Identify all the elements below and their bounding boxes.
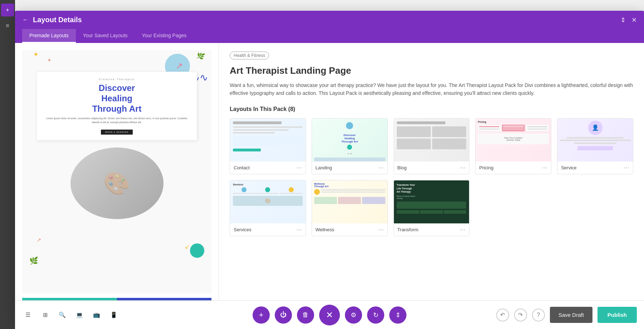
layout-name-blog: Blog [397,165,407,170]
layout-card-contact[interactable]: Contact ⋯ [230,118,306,174]
toolbar-left: ☰ ⊞ 🔍 💻 📺 📱 [22,309,119,321]
close-icon[interactable]: ✕ [631,16,637,24]
redo-icon[interactable]: ↷ [514,309,527,321]
undo-icon[interactable]: ↶ [496,309,509,321]
layout-card-transform[interactable]: Transform YourLife ThroughArt Therapy Wh… [394,180,470,236]
layout-menu-pricing[interactable]: ⋯ [542,164,547,171]
toolbar-search-icon[interactable]: 🔍 [57,309,68,321]
modal-header: ← Layout Details ⇕ ✕ [15,11,644,29]
layout-thumb-blog [394,118,469,161]
toolbar-grid-icon[interactable]: ⊞ [39,309,51,321]
layout-footer-wellness: Wellness ⋯ [312,223,387,236]
layout-thumb-service: 👤 [557,118,633,161]
pack-title: Art Therapist Landing Page [230,65,633,76]
mockup-title: Discover Healing Through Art [43,83,191,114]
layout-footer-transform: Transform ⋯ [394,223,469,236]
preview-mockup: ✦ ✦ 🌿 ↗ ∿∿ Creative Therapist Discover H… [22,50,211,294]
tab-existing[interactable]: Your Existing Pages [135,29,194,43]
layout-thumb-wellness: WellnessThrough Art [312,180,387,223]
history-button[interactable]: ↻ [367,306,384,324]
close-button[interactable]: ✕ [319,305,340,325]
add-button[interactable]: + [253,306,270,324]
layout-menu-services2[interactable]: ⋯ [296,226,302,233]
modal-content: ✦ ✦ 🌿 ↗ ∿∿ Creative Therapist Discover H… [15,43,644,322]
layout-button[interactable]: ⇕ [389,306,406,324]
layout-name-pricing: Pricing [479,165,493,170]
publish-button[interactable]: Publish [597,307,637,323]
layout-menu-wellness[interactable]: ⋯ [378,226,384,233]
layout-card-wellness[interactable]: WellnessThrough Art [312,180,388,236]
layout-thumb-landing: DiscoverHealingThrough Art ↗ ✦ [312,118,387,161]
layout-thumb-pricing: Pricing [475,118,551,161]
layout-footer-landing: Landing ⋯ [312,161,387,174]
back-icon[interactable]: ← [22,16,29,24]
layout-thumb-contact [230,118,306,161]
layouts-grid-row2: Services [230,180,633,236]
modal-tabs: Premade Layouts Your Saved Layouts Your … [15,29,644,43]
toolbar-tablet-icon[interactable]: 📺 [91,309,102,321]
right-panel: Health & Fitness Art Therapist Landing P… [219,43,644,322]
layout-name-service: Service [561,165,576,170]
layout-name-services2: Services [234,227,252,232]
layout-name-contact: Contact [234,165,250,170]
toolbar-desktop-icon[interactable]: 💻 [74,309,85,321]
header-actions: ⇕ ✕ [620,16,637,24]
modal-title: Layout Details [33,16,616,24]
power-button[interactable]: ⏻ [275,306,292,324]
layout-card-service[interactable]: 👤 Service ⋯ [557,118,633,174]
toolbar-hamburger-icon[interactable]: ☰ [22,309,34,321]
mockup-cta: BOOK A SESSION [101,130,133,135]
layout-name-wellness: Wellness [316,227,335,232]
sidebar-icon-add[interactable]: + [1,4,14,16]
toolbar-right: ↶ ↷ ? Save Draft Publish [496,307,637,323]
preview-image: ✦ ✦ 🌿 ↗ ∿∿ Creative Therapist Discover H… [22,50,211,294]
layout-footer-contact: Contact ⋯ [230,161,306,174]
layout-card-services2[interactable]: Services [230,180,306,236]
layout-menu-landing[interactable]: ⋯ [378,164,384,171]
mockup-small-text: Creative Therapist [43,78,191,81]
resize-icon[interactable]: ⇕ [620,16,626,24]
toolbar-mobile-icon[interactable]: 📱 [108,309,119,321]
layout-thumb-services2: Services [230,180,306,223]
layout-footer-pricing: Pricing ⋯ [475,161,551,174]
tab-premade[interactable]: Premade Layouts [22,29,76,43]
layout-footer-blog: Blog ⋯ [394,161,469,174]
help-icon[interactable]: ? [532,309,545,321]
category-badge: Health & Fitness [230,52,269,59]
layout-footer-service: Service ⋯ [557,161,633,174]
layout-menu-service[interactable]: ⋯ [624,164,629,171]
layout-card-pricing[interactable]: Pricing [475,118,551,174]
layout-thumb-transform: Transform YourLife ThroughArt Therapy Wh… [394,180,469,223]
layout-footer-services2: Services ⋯ [230,223,306,236]
layout-name-transform: Transform [397,227,419,232]
bottom-toolbar: ☰ ⊞ 🔍 💻 📺 📱 + ⏻ 🗑 ✕ ⚙ ↻ ⇕ ↶ ↷ ? Save Dra… [15,300,644,329]
layout-name-landing: Landing [316,165,332,170]
toolbar-center: + ⏻ 🗑 ✕ ⚙ ↻ ⇕ [253,305,406,325]
pack-description: Want a fun, whimsical way to showcase yo… [230,81,633,97]
layouts-heading: Layouts In This Pack (8) [230,106,633,112]
layouts-grid-row1: Contact ⋯ DiscoverHealingThrough Art ↗ ✦ [230,118,633,174]
layout-card-landing[interactable]: DiscoverHealingThrough Art ↗ ✦ Landing ⋯ [312,118,388,174]
settings-button[interactable]: ⚙ [345,306,362,324]
layout-menu-contact[interactable]: ⋯ [296,164,302,171]
sidebar-icon-menu[interactable]: ≡ [1,19,14,32]
tab-saved[interactable]: Your Saved Layouts [76,29,135,43]
delete-button[interactable]: 🗑 [297,306,314,324]
mockup-body: Lorem ipsum dolor sit amet, consectetur … [43,117,191,124]
layout-details-modal: ← Layout Details ⇕ ✕ Premade Layouts You… [15,11,644,322]
layout-menu-blog[interactable]: ⋯ [460,164,465,171]
save-draft-button[interactable]: Save Draft [550,307,592,323]
left-panel: ✦ ✦ 🌿 ↗ ∿∿ Creative Therapist Discover H… [15,43,219,322]
sidebar-left: + ≡ [0,0,15,329]
layout-menu-transform[interactable]: ⋯ [460,226,465,233]
layout-card-blog[interactable]: Blog ⋯ [394,118,470,174]
